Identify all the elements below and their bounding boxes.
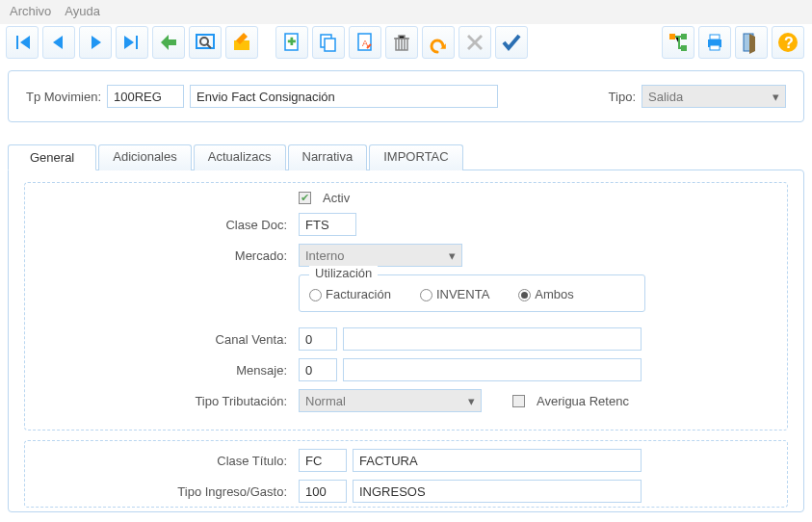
svg-point-1 bbox=[200, 38, 208, 45]
tab-adicionales[interactable]: Adicionales bbox=[98, 144, 192, 170]
clase-titulo-label: Clase Título: bbox=[33, 454, 293, 468]
utilizacion-group: Utilización Facturación INVENTA Ambos bbox=[299, 274, 645, 312]
mercado-select-value: Interno bbox=[305, 248, 344, 263]
svg-rect-9 bbox=[669, 34, 675, 39]
tipo-ingreso-desc[interactable] bbox=[353, 480, 642, 503]
chevron-down-icon: ▾ bbox=[773, 90, 779, 104]
fieldset-titulo: Clase Título: Tipo Ingreso/Gasto: bbox=[24, 440, 788, 508]
svg-rect-13 bbox=[710, 35, 720, 39]
averigua-retenc-label: Averigua Retenc bbox=[537, 394, 629, 408]
tp-movimien-label: Tp Movimien: bbox=[26, 90, 101, 104]
main-panel: Activ Clase Doc: Mercado: Interno ▾ Util… bbox=[8, 170, 804, 512]
tipo-ingreso-code[interactable] bbox=[299, 480, 347, 503]
clase-titulo-code[interactable] bbox=[299, 449, 347, 472]
svg-rect-0 bbox=[196, 35, 214, 48]
tab-actualizacs[interactable]: Actualizacs bbox=[194, 144, 286, 170]
mercado-label: Mercado: bbox=[33, 248, 293, 263]
mensaje-label: Mensaje: bbox=[33, 363, 293, 378]
utilizacion-title: Utilización bbox=[309, 266, 378, 280]
tipo-ingreso-label: Tipo Ingreso/Gasto: bbox=[33, 484, 293, 499]
radio-ambos[interactable]: Ambos bbox=[518, 287, 573, 301]
tab-importac[interactable]: IMPORTAC bbox=[369, 144, 462, 170]
clase-doc-input[interactable] bbox=[299, 213, 356, 236]
fieldset-general: Activ Clase Doc: Mercado: Interno ▾ Util… bbox=[24, 182, 788, 431]
help-button[interactable]: ? bbox=[772, 26, 804, 59]
header-panel: Tp Movimien: Tipo: Salida ▾ bbox=[8, 70, 804, 122]
activ-checkbox[interactable] bbox=[299, 192, 311, 204]
next-record-button[interactable] bbox=[79, 26, 112, 59]
svg-rect-14 bbox=[710, 45, 720, 50]
copy-button[interactable] bbox=[312, 26, 345, 59]
edit-button[interactable] bbox=[225, 26, 258, 59]
svg-rect-5 bbox=[325, 39, 335, 51]
last-record-button[interactable] bbox=[116, 26, 148, 59]
chevron-down-icon: ▾ bbox=[449, 248, 456, 263]
canal-venta-desc[interactable] bbox=[343, 327, 642, 351]
tipo-tributacion-label: Tipo Tributación: bbox=[33, 394, 293, 408]
tab-general[interactable]: General bbox=[8, 144, 96, 170]
tp-movimien-desc-input[interactable] bbox=[190, 85, 498, 108]
averigua-retenc-checkbox[interactable] bbox=[512, 395, 525, 407]
tp-movimien-code-input[interactable] bbox=[107, 85, 184, 108]
first-record-button[interactable] bbox=[6, 26, 39, 59]
svg-rect-10 bbox=[681, 34, 687, 39]
search-button[interactable] bbox=[189, 26, 222, 59]
print-button[interactable] bbox=[698, 26, 731, 59]
mercado-select[interactable]: Interno ▾ bbox=[299, 244, 462, 267]
radio-facturacion[interactable]: Facturación bbox=[309, 287, 391, 301]
menu-archivo[interactable]: Archivo bbox=[10, 4, 51, 18]
new-button[interactable] bbox=[275, 26, 308, 59]
menu-ayuda[interactable]: Ayuda bbox=[65, 4, 100, 18]
chevron-down-icon: ▾ bbox=[468, 394, 475, 408]
canal-venta-label: Canal Venta: bbox=[33, 332, 293, 347]
tipo-select[interactable]: Salida ▾ bbox=[642, 85, 786, 108]
menu-bar: Archivo Ayuda bbox=[0, 0, 812, 24]
exit-button[interactable] bbox=[735, 26, 768, 59]
radio-inventa[interactable]: INVENTA bbox=[420, 287, 489, 301]
mensaje-desc[interactable] bbox=[343, 358, 642, 381]
undo-button[interactable] bbox=[422, 26, 455, 59]
tree-view-button[interactable] bbox=[662, 26, 694, 59]
clase-titulo-desc[interactable] bbox=[353, 449, 642, 472]
cancel-button[interactable] bbox=[458, 26, 491, 59]
mensaje-code[interactable] bbox=[299, 358, 337, 381]
svg-text:?: ? bbox=[784, 35, 794, 51]
tab-bar: General Adicionales Actualizacs Narrativ… bbox=[8, 144, 804, 170]
tipo-tributacion-value: Normal bbox=[305, 394, 346, 408]
tab-narrativa[interactable]: Narrativa bbox=[288, 144, 368, 170]
svg-rect-11 bbox=[681, 45, 687, 51]
rename-button[interactable]: A bbox=[349, 26, 381, 59]
return-button[interactable] bbox=[152, 26, 185, 59]
tipo-select-value: Salida bbox=[648, 90, 683, 104]
toolbar: A ? bbox=[0, 24, 812, 65]
tipo-label: Tipo: bbox=[609, 90, 636, 104]
tipo-tributacion-select[interactable]: Normal ▾ bbox=[299, 389, 482, 412]
delete-button[interactable] bbox=[385, 26, 418, 59]
activ-label: Activ bbox=[323, 191, 350, 205]
canal-venta-code[interactable] bbox=[299, 327, 337, 351]
confirm-button[interactable] bbox=[495, 26, 528, 59]
clase-doc-label: Clase Doc: bbox=[33, 218, 293, 232]
prev-record-button[interactable] bbox=[42, 26, 75, 59]
